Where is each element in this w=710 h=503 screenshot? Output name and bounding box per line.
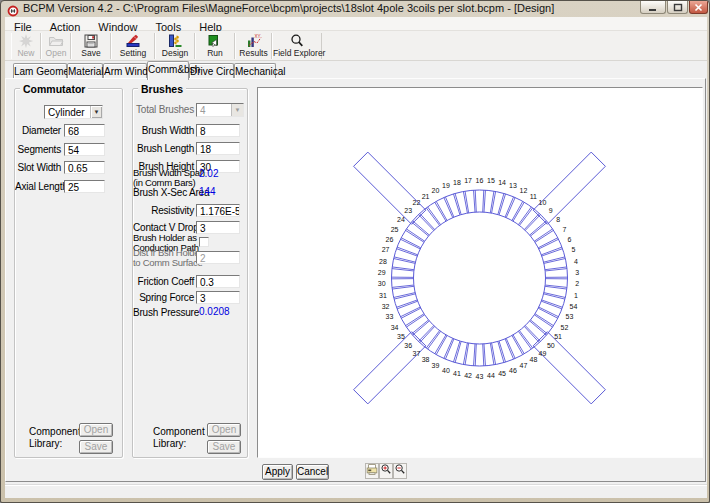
toolbar-save-label: Save (72, 49, 110, 58)
field-explorer-icon (273, 33, 321, 49)
toolbar-setting-label: Setting (112, 49, 154, 58)
toolbar-results-button[interactable]: XYResults (235, 33, 272, 59)
svg-text:19: 19 (442, 182, 450, 189)
zoom-out-button[interactable] (393, 463, 407, 479)
commutator-diagram-canvas: 1234567891011121314151617181920212223242… (257, 87, 703, 458)
field-brush-length-input[interactable]: 18 (196, 142, 240, 155)
close-button[interactable] (689, 1, 708, 14)
tab-materials[interactable]: Materials (67, 63, 103, 79)
field-diameter-label: Diameter (15, 126, 61, 136)
toolbar: NewOpenSaveSettingDesignRunXYResultsFiel… (5, 31, 707, 61)
svg-text:16: 16 (476, 177, 484, 184)
commutator-library-label-line1: Component (29, 426, 81, 437)
commutator-library-label-line2: Library: (29, 438, 62, 449)
tab-page-comm-bsh: Commutator Cylinder ▼ Diameter68Segments… (5, 78, 706, 482)
commutator-library-label: ComponentLibrary: (29, 426, 81, 450)
tab-mechanical[interactable]: Mechanical (234, 63, 276, 79)
commutator-library-save-button: Save (79, 440, 113, 454)
brushes-library-label-line1: Component (153, 426, 205, 437)
toolbar-field-explorer-button[interactable]: Field Explorer (272, 33, 322, 59)
toolbar-open-label: Open (42, 49, 70, 58)
svg-text:5: 5 (571, 246, 575, 253)
svg-text:36: 36 (404, 342, 412, 349)
chevron-down-icon: ▼ (231, 104, 243, 116)
field-contact-v-drop-input[interactable]: 3 (196, 221, 240, 234)
commutator-group-title: Commutator (20, 83, 88, 95)
field-brush-width-label: Brush Width (133, 126, 194, 136)
field-slot-width-input[interactable]: 0.65 (64, 161, 105, 174)
zoom-in-icon (380, 462, 392, 480)
results-icon: XY (236, 33, 271, 49)
field-total-brushes-select: 4▼ (196, 103, 244, 117)
field-total-brushes-label: Total Brushes (133, 105, 194, 115)
run-icon (196, 33, 234, 49)
svg-text:29: 29 (378, 269, 386, 276)
field-dist-fr-bsh-holder-label: Dist fr Bsh Holderto Comm Surface (133, 248, 194, 268)
print-icon (366, 462, 378, 480)
svg-text:24: 24 (397, 216, 405, 223)
toolbar-run-button[interactable]: Run (195, 33, 235, 59)
print-button[interactable] (365, 463, 379, 479)
commutator-library-open-button: Open (79, 423, 113, 437)
field-dist-fr-bsh-holder-input: 2 (196, 251, 240, 264)
field-spring-force-input[interactable]: 3 (196, 291, 240, 304)
svg-text:34: 34 (391, 324, 399, 331)
save-icon (72, 33, 110, 49)
toolbar-save-button[interactable]: Save (71, 33, 111, 59)
brushes-library-save-button: Save (207, 440, 241, 454)
new-icon (12, 33, 40, 49)
field-friction-coeff-label: Friction Coeff (133, 277, 194, 287)
brushes-library-label-line2: Library: (153, 438, 186, 449)
maximize-button[interactable] (667, 1, 688, 14)
brushes-group-title: Brushes (138, 83, 186, 95)
field-resistivity-input[interactable]: 1.176E-5 (196, 204, 240, 217)
svg-text:3: 3 (575, 269, 579, 276)
tab-arm-winding[interactable]: Arm Winding (103, 63, 147, 79)
svg-text:40: 40 (442, 367, 450, 374)
svg-text:49: 49 (539, 350, 547, 357)
svg-text:50: 50 (547, 342, 555, 349)
field-segments-input[interactable]: 54 (64, 143, 105, 156)
field-axial-length-label: Axial Length (15, 182, 61, 192)
minimize-button[interactable] (640, 1, 666, 14)
svg-text:21: 21 (422, 193, 430, 200)
brushes-library-label: ComponentLibrary: (153, 426, 205, 450)
toolbar-results-label: Results (236, 49, 271, 58)
field-brush-length-label: Brush Length (133, 144, 194, 154)
svg-text:41: 41 (453, 370, 461, 377)
zoom-in-button[interactable] (379, 463, 393, 479)
cancel-button[interactable]: Cancel (296, 464, 329, 480)
toolbar-setting-button[interactable]: Setting (111, 33, 155, 59)
window-title: BCPM Version 4.2 - C:\Program Files\Magn… (23, 2, 554, 14)
svg-text:39: 39 (432, 362, 440, 369)
svg-text:15: 15 (487, 177, 495, 184)
svg-text:51: 51 (554, 333, 562, 340)
field-brush-width-input[interactable]: 8 (196, 124, 240, 137)
tab-comm-bsh[interactable]: Comm&bsh (147, 61, 189, 80)
svg-text:4: 4 (574, 258, 578, 265)
svg-text:13: 13 (509, 182, 517, 189)
bcpm-app-icon (7, 3, 19, 15)
field-brush-holder-as-checkbox[interactable] (199, 237, 209, 247)
field-brush-width-span-label: Brush Width Span(in Comm Bars) (133, 168, 194, 188)
apply-button[interactable]: Apply (262, 464, 293, 480)
tab-lam-geometry[interactable]: Lam Geometry (13, 63, 67, 79)
commutator-groupbox: Commutator Cylinder ▼ Diameter68Segments… (14, 88, 123, 458)
field-diameter-input[interactable]: 68 (64, 124, 105, 137)
client-area: FileActionWindowToolsHelp NewOpenSaveSet… (5, 17, 707, 498)
svg-text:42: 42 (464, 372, 472, 379)
zoom-out-icon (394, 462, 406, 480)
svg-text:52: 52 (561, 324, 569, 331)
field-axial-length-input[interactable]: 25 (64, 180, 105, 193)
svg-text:1: 1 (574, 292, 578, 299)
svg-text:44: 44 (487, 372, 495, 379)
commutator-type-select[interactable]: Cylinder ▼ (44, 105, 103, 119)
svg-text:45: 45 (498, 370, 506, 377)
field-friction-coeff-input[interactable]: 0.3 (196, 275, 240, 288)
svg-text:32: 32 (382, 303, 390, 310)
toolbar-design-button[interactable]: Design (155, 33, 195, 59)
chevron-down-icon[interactable]: ▼ (90, 106, 102, 118)
field-brush-pressure-label: Brush Pressure (133, 308, 194, 318)
toolbar-open-button: Open (41, 33, 71, 59)
toolbar-design-label: Design (156, 49, 194, 58)
